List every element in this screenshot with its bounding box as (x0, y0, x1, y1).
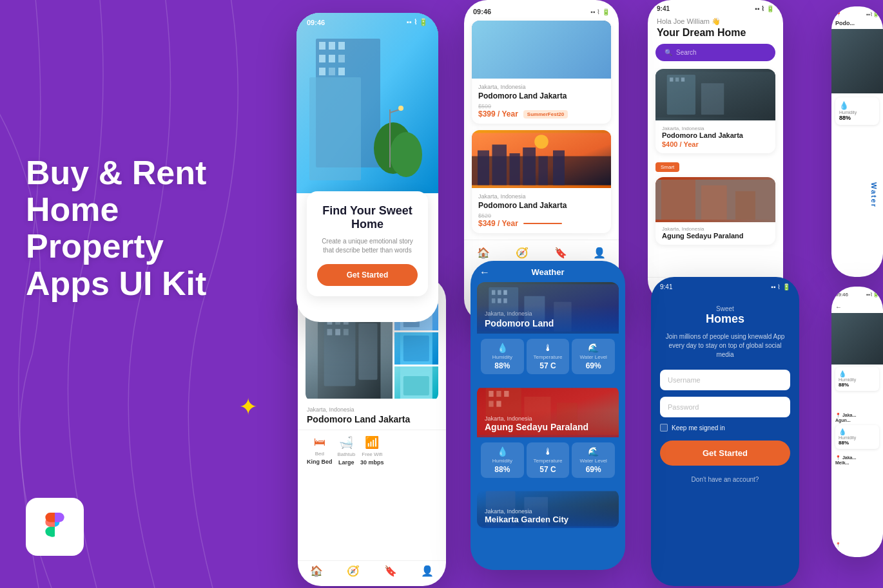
phone5-title: Your Dream Home (648, 27, 783, 44)
phone5-property-image-1 (655, 69, 775, 120)
property-badge-1: SummerFest20 (523, 110, 568, 119)
weather-card-2[interactable]: Jakarta, Indonesia Agung Sedayu Paraland… (477, 386, 619, 483)
phone1-card-title: Find Your Sweet Home (317, 204, 418, 232)
water-label-2: Water Level (577, 458, 610, 464)
svg-rect-16 (472, 24, 611, 76)
password-placeholder: Password (668, 403, 699, 411)
partial8-back-arrow[interactable]: ← (835, 303, 842, 310)
property-name-1: Podomoro Land Jakarta (478, 91, 605, 100)
username-input[interactable]: Username (660, 370, 790, 390)
gallery-small-image-3 (394, 366, 438, 399)
partial7-status: 📍 ▪▪⌇🔋 (831, 6, 883, 17)
property-info-1: Jakarta, Indonesia Podomoro Land Jakarta… (472, 79, 611, 124)
weather-image-1: Jakarta, Indonesia Podomoro Land (477, 282, 619, 334)
wifi-label: Free Wifi (362, 451, 382, 457)
property-card-2[interactable]: Jakarta, Indonesia Podomoro Land Jakarta… (472, 130, 611, 233)
keep-signed-checkbox[interactable]: Keep me signed in (651, 424, 799, 441)
password-input[interactable]: Password (660, 397, 790, 417)
bath-icon: 🛁 (339, 435, 353, 450)
phone5-search[interactable]: 🔍 Search (655, 44, 775, 61)
phone5-property-info-2: Jakarta, Indonesia Agung Sedayu Paraland (655, 222, 775, 245)
weather-card-1[interactable]: Jakarta, Indonesia Podomoro Land 💧 Humid… (477, 282, 619, 379)
phone1-card: Find Your Sweet Home Create a unique emo… (307, 191, 428, 296)
temp-value-1: 57 C (532, 361, 565, 370)
phone3-nav-compass[interactable]: 🧭 (347, 565, 360, 577)
svg-rect-79 (670, 77, 673, 81)
phone3-nav-person[interactable]: 👤 (421, 565, 434, 577)
svg-rect-29 (492, 145, 507, 185)
svg-point-34 (534, 135, 548, 149)
phone2-signal: ▪▪ ⌇ 🔋 (590, 8, 610, 15)
svg-rect-32 (539, 156, 548, 185)
phone1-icons: ▪▪ ⌇ 🔋 (407, 18, 428, 26)
partial8-signal: ▪▪⌇🔋 (866, 292, 879, 298)
partial8-image-1: 📍 Jaka... Podo... (831, 313, 883, 365)
property-info-2: Jakarta, Indonesia Podomoro Land Jakarta… (472, 188, 611, 233)
phone3-nav-bookmark[interactable]: 🔖 (384, 565, 397, 577)
humidity-label-1: Humidity (486, 354, 519, 360)
water-vertical-text: Water (870, 182, 878, 208)
svg-point-15 (398, 106, 403, 111)
nav-compass-icon[interactable]: 🧭 (516, 247, 529, 259)
svg-rect-45 (344, 329, 349, 336)
phone3-property-name: Podomoro Land Jakarta (298, 414, 446, 430)
property-price-old-1: $500 (478, 103, 605, 109)
weather1-stats: 💧 Humidity 88% 🌡 Temperature 57 C 🌊 Wate… (477, 334, 619, 379)
temp-icon-2: 🌡 (532, 446, 565, 457)
get-started-button[interactable]: Get Started (317, 264, 418, 286)
phone6-get-started-button[interactable]: Get Started (660, 441, 790, 466)
weather-image-3: Jakarta, Indonesia Meikarta Garden City (477, 489, 619, 528)
phone6-logo-top: Sweet (660, 306, 790, 312)
nav-bookmark-icon[interactable]: 🔖 (554, 247, 567, 259)
phone5-property-card-2[interactable]: Jakarta, Indonesia Agung Sedayu Paraland (655, 177, 775, 245)
humidity-stat-2: 💧 Humidity 88% (481, 442, 524, 478)
phone5-time: 9:41 (657, 5, 670, 12)
partial7-humidity-card: 💧 Humidity 88% (835, 97, 879, 125)
partial8-humidity-val: 88% (839, 382, 876, 388)
partial8-humidity-card: 💧 Humidity 88% (835, 367, 879, 391)
svg-rect-21 (487, 41, 491, 47)
partial7-signal: ▪▪⌇🔋 (866, 12, 879, 17)
svg-rect-30 (510, 153, 520, 185)
property-card-1[interactable]: Jakarta, Indonesia Podomoro Land Jakarta… (472, 21, 611, 124)
phone3-nav-home[interactable]: 🏠 (310, 565, 323, 577)
phone5-property-card-1[interactable]: Jakarta, Indonesia Podomoro Land Jakarta… (655, 69, 775, 153)
humidity-label-2: Humidity (486, 458, 519, 464)
wifi-value: 30 mbps (360, 459, 384, 466)
phone4-back-button[interactable]: ← (480, 267, 490, 278)
svg-rect-6 (329, 55, 335, 62)
phone6-time: 9:41 (660, 283, 672, 290)
weather1-name: Podomoro Land (485, 318, 611, 328)
phone6-logo-main: Homes (660, 312, 790, 326)
svg-rect-58 (498, 290, 501, 295)
checkbox-box[interactable] (660, 424, 668, 432)
weather-card-3[interactable]: Jakarta, Indonesia Meikarta Garden City (477, 489, 619, 528)
partial8-agung: 📍 Jaka...Agun... (835, 413, 879, 422)
svg-point-25 (562, 50, 591, 79)
nav-home-icon[interactable]: 🏠 (477, 247, 490, 259)
partial8-loc-text: 📍 Jaka... (835, 542, 856, 547)
svg-rect-33 (553, 151, 565, 185)
svg-rect-8 (319, 68, 325, 75)
weather3-name: Meikarta Garden City (485, 515, 611, 524)
figma-logo-icon (41, 513, 69, 541)
phone1-card-subtitle: Create a unique emotional story that des… (317, 237, 418, 255)
bath-value: Large (338, 459, 354, 466)
phone6-signup-link[interactable]: Don't have an account? (651, 472, 799, 483)
temp-value-2: 57 C (532, 465, 565, 474)
partial8-prop-name: Podo... (835, 547, 856, 553)
svg-rect-54 (403, 376, 429, 395)
phone5-status-bar: 9:41 ▪▪ ⌇ 🔋 (648, 0, 783, 15)
svg-rect-68 (496, 391, 501, 397)
phone2-time: 09:46 (473, 8, 491, 15)
svg-rect-28 (478, 151, 489, 185)
svg-rect-20 (501, 32, 506, 37)
smart-home-badge: Smart (655, 162, 679, 172)
nav-person-icon[interactable]: 👤 (593, 247, 606, 259)
partial7-humidity-value: 88% (839, 115, 875, 121)
water-icon-2: 🌊 (577, 446, 610, 457)
sparkle-decoration: ✦ (238, 394, 258, 421)
phone5-prop-location-1: Jakarta, Indonesia (662, 126, 769, 131)
partial8-meika-val: 88% (839, 440, 876, 446)
phone-find-home: 09:46 ▪▪ ⌇ 🔋 (296, 13, 438, 322)
